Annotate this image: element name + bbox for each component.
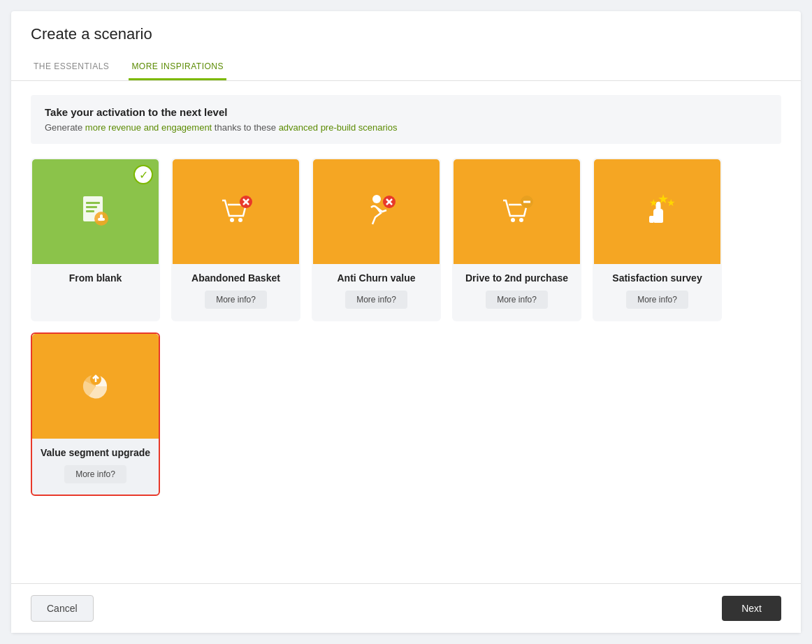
card-drive-2nd[interactable]: Drive to 2nd purchase More info? [452,158,581,321]
drive-icon [496,191,538,233]
inspiration-banner: Take your activation to the next level G… [31,95,781,144]
card-value-segment[interactable]: Value segment upgrade More info? [31,332,160,496]
svg-text:★: ★ [667,197,676,208]
svg-point-17 [519,218,523,222]
svg-point-8 [238,218,242,222]
modal-body: Take your activation to the next level G… [11,81,801,583]
card-title-drive-2nd: Drive to 2nd purchase [458,272,575,284]
survey-icon: ★ ★ ★ [637,191,679,233]
banner-title: Take your activation to the next level [45,106,767,118]
blank-icon [75,191,117,233]
card-from-blank[interactable]: ✓ From blank [31,158,160,321]
card-title-abandoned-basket: Abandoned Basket [184,272,287,284]
svg-point-16 [511,218,515,222]
svg-point-7 [230,218,234,222]
card-title-satisfaction: Satisfaction survey [605,272,709,284]
tabs: THE ESSENTIALS MORE INSPIRATIONS [31,54,781,80]
modal-container: Create a scenario THE ESSENTIALS MORE IN… [11,11,801,633]
card-image-abandoned-basket [173,159,299,264]
tab-essentials[interactable]: THE ESSENTIALS [31,54,112,80]
card-image-value-segment [32,334,159,439]
more-info-abandoned-basket[interactable]: More info? [205,291,267,309]
cards-grid: ✓ From blank [31,158,781,496]
card-image-drive-2nd [454,159,580,264]
card-image-from-blank: ✓ [32,159,159,264]
svg-rect-2 [86,206,97,208]
modal-title: Create a scenario [31,25,781,43]
churn-icon [356,191,398,233]
modal-footer: Cancel Next [11,583,801,633]
card-image-anti-churn [313,159,440,264]
basket-icon [215,191,257,233]
modal-header: Create a scenario THE ESSENTIALS MORE IN… [11,11,801,81]
more-info-satisfaction[interactable]: More info? [626,291,688,309]
svg-rect-1 [86,202,100,204]
card-satisfaction[interactable]: ★ ★ ★ Satisfaction survey More info? [593,158,722,321]
svg-rect-3 [86,210,94,212]
svg-rect-6 [98,218,105,221]
segment-icon [75,365,117,407]
card-title-from-blank: From blank [62,272,129,284]
more-info-anti-churn[interactable]: More info? [345,291,407,309]
card-abandoned-basket[interactable]: Abandoned Basket More info? [171,158,300,321]
banner-desc: Generate more revenue and engagement tha… [45,122,767,133]
card-title-anti-churn: Anti Churn value [330,272,422,284]
card-title-value-segment: Value segment upgrade [34,447,157,458]
more-info-value-segment[interactable]: More info? [64,465,126,483]
more-info-drive-2nd[interactable]: More info? [486,291,548,309]
tab-inspirations[interactable]: MORE INSPIRATIONS [129,54,226,80]
card-image-satisfaction: ★ ★ ★ [594,159,720,264]
next-button[interactable]: Next [722,596,781,621]
card-anti-churn[interactable]: Anti Churn value More info? [312,158,441,321]
check-badge: ✓ [133,165,153,184]
svg-point-12 [372,195,381,203]
cancel-button[interactable]: Cancel [31,595,94,622]
